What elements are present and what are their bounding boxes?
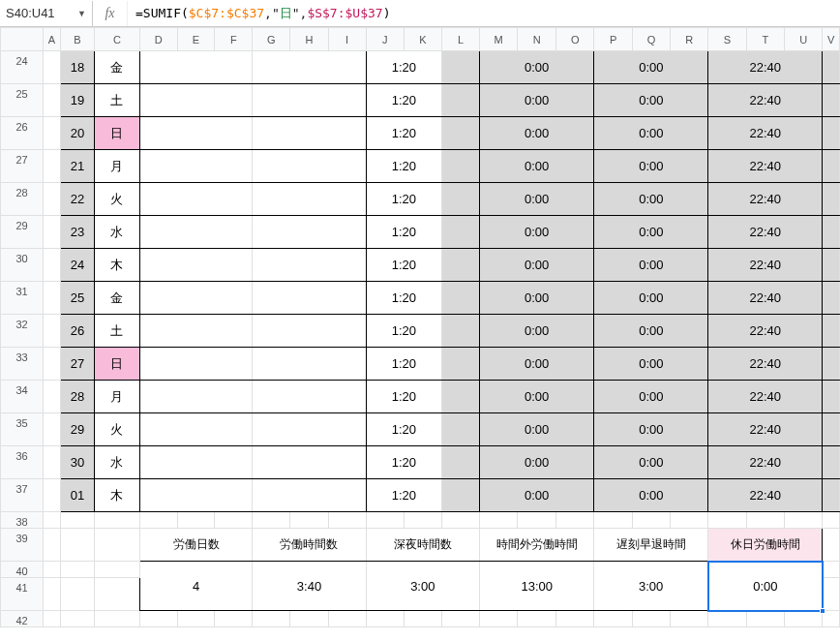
cell[interactable] xyxy=(44,249,61,282)
cell[interactable] xyxy=(253,413,366,446)
fx-icon[interactable]: fx xyxy=(93,1,128,26)
formula-input[interactable]: =SUMIF($C$7:$C$37,"日",$S$7:$U$37) xyxy=(128,1,840,26)
overtime-1[interactable]: 0:00 xyxy=(479,51,594,84)
break-time[interactable]: 1:20 xyxy=(366,84,441,117)
cell[interactable] xyxy=(442,51,480,84)
overtime-2[interactable]: 0:00 xyxy=(594,117,708,150)
summary-value[interactable]: 3:00 xyxy=(366,562,479,611)
cell[interactable] xyxy=(139,117,253,150)
cell[interactable] xyxy=(518,512,556,529)
total-time[interactable]: 22:40 xyxy=(708,183,823,216)
cell[interactable] xyxy=(253,611,290,627)
summary-header[interactable]: 深夜時間数 xyxy=(366,529,479,562)
cell[interactable] xyxy=(44,381,61,413)
cell[interactable] xyxy=(442,413,480,446)
cell[interactable] xyxy=(139,479,253,512)
cell[interactable] xyxy=(823,249,840,282)
summary-value[interactable]: 4 xyxy=(139,562,253,611)
cell[interactable] xyxy=(555,611,594,627)
row-header-29[interactable]: 29 xyxy=(1,216,44,249)
cell[interactable] xyxy=(404,512,441,529)
row-header-42[interactable]: 42 xyxy=(1,611,44,627)
cell[interactable] xyxy=(366,512,404,529)
cell[interactable] xyxy=(139,446,253,479)
cell[interactable] xyxy=(823,216,840,249)
total-time[interactable]: 22:40 xyxy=(708,117,823,150)
cell[interactable] xyxy=(253,216,366,249)
break-time[interactable]: 1:20 xyxy=(366,216,441,249)
total-time[interactable]: 22:40 xyxy=(708,249,823,282)
total-time[interactable]: 22:40 xyxy=(708,315,823,348)
cell[interactable] xyxy=(253,117,366,150)
day-number[interactable]: 28 xyxy=(60,381,94,413)
cell[interactable] xyxy=(671,512,708,529)
cell[interactable] xyxy=(253,282,366,315)
cell[interactable] xyxy=(139,611,177,627)
summary-value[interactable]: 3:00 xyxy=(594,562,708,611)
total-time[interactable]: 22:40 xyxy=(708,282,823,315)
row-header-38[interactable]: 38 xyxy=(1,512,44,529)
cell[interactable] xyxy=(442,117,480,150)
cell[interactable] xyxy=(823,512,840,529)
cell[interactable] xyxy=(823,381,840,413)
row-header-39[interactable]: 39 xyxy=(1,529,44,562)
cell[interactable] xyxy=(442,315,480,348)
weekday[interactable]: 木 xyxy=(95,249,140,282)
cell[interactable] xyxy=(215,611,253,627)
overtime-1[interactable]: 0:00 xyxy=(479,150,594,183)
overtime-1[interactable]: 0:00 xyxy=(479,84,594,117)
cell[interactable] xyxy=(253,446,366,479)
overtime-1[interactable]: 0:00 xyxy=(479,315,594,348)
overtime-2[interactable]: 0:00 xyxy=(594,183,708,216)
overtime-1[interactable]: 0:00 xyxy=(479,479,594,512)
cell[interactable] xyxy=(139,249,253,282)
col-header-N[interactable]: N xyxy=(518,28,556,51)
cell[interactable] xyxy=(823,529,840,562)
cell[interactable] xyxy=(44,512,61,529)
day-number[interactable]: 23 xyxy=(60,216,94,249)
overtime-1[interactable]: 0:00 xyxy=(479,446,594,479)
summary-header[interactable]: 遅刻早退時間 xyxy=(594,529,708,562)
cell[interactable] xyxy=(44,84,61,117)
cell[interactable] xyxy=(44,117,61,150)
cell[interactable] xyxy=(60,529,94,562)
total-time[interactable]: 22:40 xyxy=(708,446,823,479)
cell[interactable] xyxy=(366,611,404,627)
cell[interactable] xyxy=(594,512,632,529)
cell[interactable] xyxy=(823,183,840,216)
break-time[interactable]: 1:20 xyxy=(366,183,441,216)
cell[interactable] xyxy=(253,183,366,216)
cell[interactable] xyxy=(139,512,177,529)
cell[interactable] xyxy=(139,183,253,216)
summary-value[interactable]: 3:40 xyxy=(253,562,366,611)
cell[interactable] xyxy=(44,150,61,183)
cell[interactable] xyxy=(442,446,480,479)
col-header-Q[interactable]: Q xyxy=(632,28,670,51)
day-number[interactable]: 25 xyxy=(60,282,94,315)
cell[interactable] xyxy=(139,413,253,446)
cell[interactable] xyxy=(442,216,480,249)
cell[interactable] xyxy=(44,216,61,249)
cell[interactable] xyxy=(177,611,215,627)
total-time[interactable]: 22:40 xyxy=(708,348,823,381)
day-number[interactable]: 22 xyxy=(60,183,94,216)
cell[interactable] xyxy=(671,611,708,627)
break-time[interactable]: 1:20 xyxy=(366,282,441,315)
cell[interactable] xyxy=(253,249,366,282)
cell[interactable] xyxy=(139,84,253,117)
cell[interactable] xyxy=(442,282,480,315)
cell[interactable] xyxy=(442,183,480,216)
cell[interactable] xyxy=(44,51,61,84)
row-header-28[interactable]: 28 xyxy=(1,183,44,216)
cell[interactable] xyxy=(479,611,518,627)
cell[interactable] xyxy=(442,249,480,282)
cell[interactable] xyxy=(823,446,840,479)
cell[interactable] xyxy=(44,479,61,512)
total-time[interactable]: 22:40 xyxy=(708,413,823,446)
cell[interactable] xyxy=(44,315,61,348)
cell[interactable] xyxy=(823,562,840,578)
cell[interactable] xyxy=(479,512,518,529)
weekday[interactable]: 金 xyxy=(95,282,140,315)
weekday[interactable]: 月 xyxy=(95,150,140,183)
cell[interactable] xyxy=(253,479,366,512)
